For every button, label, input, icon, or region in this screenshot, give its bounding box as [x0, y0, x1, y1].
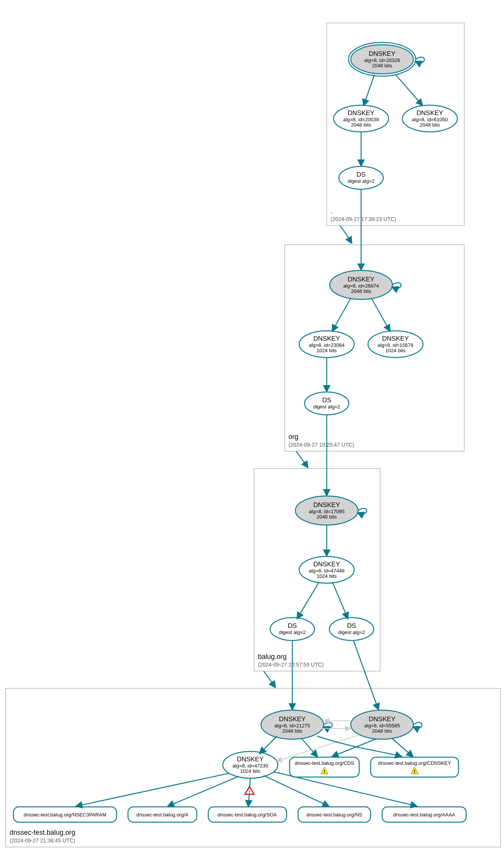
- svg-text:alg=8, id=21275: alg=8, id=21275: [274, 723, 310, 728]
- zone-time-balug: (2024-09-27 20:57:59 UTC): [258, 662, 324, 668]
- svg-text:2048 bits: 2048 bits: [420, 122, 440, 128]
- ds-balug-1[interactable]: DS digest alg=2: [270, 618, 314, 641]
- zone-title-balug: balug.org: [258, 653, 287, 660]
- edge: [395, 75, 422, 105]
- self-edge-org-ksk: [392, 283, 401, 288]
- rr-cdnskey[interactable]: dnssec-test.balug.org/CDNSKEY !: [371, 757, 459, 777]
- svg-text:alg=8, id=15678: alg=8, id=15678: [378, 342, 413, 348]
- svg-text:dnssec-test.balug.org/NS: dnssec-test.balug.org/NS: [306, 812, 362, 818]
- rr-aaaa[interactable]: dnssec-test.balug.org/AAAA: [382, 807, 466, 822]
- zone-link-balug-dnssec: [264, 671, 275, 687]
- dnskey-org-zsk2[interactable]: DNSKEY alg=8, id=15678 1024 bits: [368, 331, 423, 358]
- edge: [302, 739, 317, 756]
- svg-text:dnssec-test.balug.org/NSEC3PAR: dnssec-test.balug.org/NSEC3PARAM: [24, 812, 107, 818]
- ds-balug-2[interactable]: DS digest alg=2: [329, 618, 374, 641]
- svg-text:1024 bits: 1024 bits: [317, 573, 337, 579]
- svg-text:dnssec-test.balug.org/CDS: dnssec-test.balug.org/CDS: [295, 760, 354, 766]
- dnskey-org-ksk[interactable]: DNSKEY alg=8, id=26974 2048 bits: [330, 270, 392, 299]
- rr-cds[interactable]: dnssec-test.balug.org/CDS !: [290, 757, 359, 777]
- rr-ns[interactable]: dnssec-test.balug.org/NS: [298, 807, 371, 822]
- rr-soa[interactable]: dnssec-test.balug.org/SOA: [208, 807, 287, 822]
- svg-text:dnssec-test.balug.org/CDNSKEY: dnssec-test.balug.org/CDNSKEY: [378, 760, 451, 766]
- edge: [260, 736, 277, 753]
- svg-text:1024 bits: 1024 bits: [240, 768, 261, 774]
- svg-text:DNSKEY: DNSKEY: [382, 335, 409, 342]
- svg-text:digest alg=2: digest alg=2: [279, 629, 306, 635]
- svg-text:alg=8, id=26974: alg=8, id=26974: [343, 283, 379, 289]
- svg-text:DNSKEY: DNSKEY: [279, 715, 306, 723]
- svg-text:2048 bits: 2048 bits: [372, 63, 392, 68]
- edge: [297, 582, 319, 618]
- zone-title-root: .: [331, 207, 332, 215]
- svg-text:DNSKEY: DNSKEY: [348, 276, 374, 283]
- svg-text:!: !: [249, 789, 250, 795]
- zone-time-org: (2024-09-27 19:25:47 UTC): [288, 442, 354, 448]
- dnskey-dt-ksk2[interactable]: DNSKEY alg=8, id=55585 2048 bits: [351, 710, 413, 739]
- self-edge-root-ksk: [416, 57, 425, 63]
- svg-text:alg=8, id=47230: alg=8, id=47230: [232, 763, 268, 769]
- svg-text:2048 bits: 2048 bits: [351, 122, 371, 128]
- svg-text:alg=8, id=20038: alg=8, id=20038: [343, 117, 379, 122]
- edge: [353, 641, 378, 709]
- edge: [332, 298, 351, 331]
- svg-text:digest alg=2: digest alg=2: [338, 629, 365, 635]
- svg-text:!: !: [324, 769, 325, 774]
- svg-text:digest alg=2: digest alg=2: [348, 178, 374, 184]
- svg-text:DS: DS: [322, 397, 331, 404]
- zone-title-dnssec: dnssec-test.balug.org: [10, 829, 75, 836]
- svg-text:DNSKEY: DNSKEY: [416, 109, 443, 117]
- rr-nsec3param[interactable]: dnssec-test.balug.org/NSEC3PARAM: [13, 807, 117, 822]
- dnskey-dt-ksk1[interactable]: DNSKEY alg=8, id=21275 2048 bits: [261, 710, 324, 739]
- svg-text:alg=8, id=61050: alg=8, id=61050: [412, 117, 447, 122]
- dnskey-balug-ksk[interactable]: DNSKEY alg=8, id=17095 2048 bits: [295, 496, 358, 525]
- svg-text:DNSKEY: DNSKEY: [369, 50, 395, 57]
- svg-text:2048 bits: 2048 bits: [282, 728, 303, 734]
- edge: [168, 776, 239, 806]
- svg-text:dnssec-test.balug.org/A: dnssec-test.balug.org/A: [136, 812, 189, 818]
- edge: [332, 582, 348, 618]
- svg-text:!: !: [414, 769, 415, 774]
- zone-link-org-balug: [296, 451, 308, 467]
- ds-root[interactable]: DS digest alg=2: [339, 166, 383, 189]
- svg-text:alg=8, id=47448: alg=8, id=47448: [309, 568, 344, 574]
- svg-text:2048 bits: 2048 bits: [317, 514, 337, 520]
- svg-text:alg=8, id=17095: alg=8, id=17095: [309, 509, 344, 514]
- zone-link-root-org: [340, 226, 352, 243]
- error-icon: !: [245, 787, 254, 795]
- svg-text:1024 bits: 1024 bits: [317, 348, 337, 353]
- svg-text:DNSKEY: DNSKEY: [369, 715, 395, 723]
- svg-text:dnssec-test.balug.org/SOA: dnssec-test.balug.org/SOA: [217, 812, 277, 818]
- svg-text:DNSKEY: DNSKEY: [348, 109, 374, 117]
- dnskey-dt-zsk[interactable]: DNSKEY alg=8, id=47230 1024 bits: [223, 751, 278, 778]
- svg-text:DS: DS: [288, 622, 297, 629]
- zone-title-org: org: [288, 433, 298, 441]
- self-edge-dt-ksk1: [324, 722, 332, 728]
- svg-text:DS: DS: [357, 171, 366, 178]
- edge: [392, 738, 413, 756]
- edge: [371, 298, 390, 331]
- dnskey-root-zsk1[interactable]: DNSKEY alg=8, id=20038 2048 bits: [334, 105, 389, 132]
- svg-text:alg=8, id=23064: alg=8, id=23064: [309, 342, 344, 348]
- svg-text:2048 bits: 2048 bits: [351, 288, 371, 294]
- svg-text:DS: DS: [347, 622, 356, 629]
- zone-time-dnssec: (2024-09-27 21:36:45 UTC): [10, 837, 75, 844]
- dnskey-root-ksk[interactable]: DNSKEY alg=8, id=20326 2048 bits: [348, 42, 416, 76]
- dnskey-root-zsk2[interactable]: DNSKEY alg=8, id=61050 2048 bits: [402, 105, 457, 132]
- rr-a[interactable]: dnssec-test.balug.org/A: [128, 807, 197, 822]
- svg-text:2048 bits: 2048 bits: [372, 728, 392, 734]
- svg-text:dnssec-test.balug.org/AAAA: dnssec-test.balug.org/AAAA: [393, 812, 455, 818]
- ds-org[interactable]: DS digest alg=2: [305, 392, 349, 415]
- edge: [264, 776, 329, 806]
- svg-text:DNSKEY: DNSKEY: [313, 501, 340, 509]
- dnskey-org-zsk1[interactable]: DNSKEY alg=8, id=23064 1024 bits: [299, 331, 354, 358]
- dnskey-balug-zsk[interactable]: DNSKEY alg=8, id=47448 1024 bits: [299, 556, 354, 583]
- svg-text:alg=8, id=55585: alg=8, id=55585: [364, 723, 400, 728]
- zone-time-root: (2024-09-27 17:39:23 UTC): [331, 216, 396, 222]
- svg-text:1024 bits: 1024 bits: [386, 348, 406, 353]
- self-edge-balug-ksk: [358, 508, 367, 514]
- edge: [364, 75, 374, 105]
- svg-text:digest alg=2: digest alg=2: [313, 404, 340, 410]
- svg-text:DNSKEY: DNSKEY: [313, 335, 340, 342]
- svg-text:DNSKEY: DNSKEY: [313, 561, 340, 568]
- self-edge-dt-ksk2: [413, 722, 422, 728]
